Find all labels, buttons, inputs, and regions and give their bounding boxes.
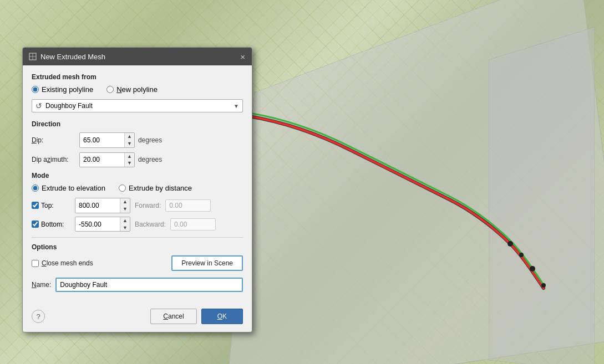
bottom-row: Bottom: ▲ ▼ Backward: (32, 217, 243, 232)
top-input[interactable] (75, 200, 120, 211)
titlebar-left: New Extruded Mesh (28, 52, 105, 61)
forward-input (166, 200, 210, 211)
dip-degrees-label: degrees (138, 136, 162, 144)
backward-input (171, 219, 215, 230)
options-row: Close mesh ends Preview in Scene (32, 255, 243, 271)
close-mesh-checkbox[interactable] (32, 260, 39, 267)
fault-line-container (238, 89, 582, 299)
forward-spinbox (165, 199, 211, 212)
new-polyline-radio[interactable] (106, 86, 114, 93)
preview-in-scene-button[interactable]: Preview in Scene (171, 255, 243, 271)
dialog-body: Extruded mesh from Existing polyline New… (23, 65, 252, 309)
dip-input[interactable] (80, 135, 124, 146)
dip-azimuth-arrows: ▲ ▼ (124, 153, 134, 167)
help-button[interactable]: ? (32, 310, 45, 323)
dip-azimuth-input[interactable] (80, 154, 124, 165)
top-arrows: ▲ ▼ (120, 198, 130, 213)
new-polyline-label: New polyline (116, 85, 158, 94)
bottom-spinbox[interactable]: ▲ ▼ (75, 217, 130, 232)
top-checkbox[interactable] (32, 202, 39, 209)
bottom-down-button[interactable]: ▼ (120, 224, 130, 232)
name-input[interactable] (55, 278, 243, 292)
fault-line-svg (238, 89, 582, 299)
extruded-mesh-from-label: Extruded mesh from (32, 73, 243, 81)
existing-polyline-radio[interactable] (32, 86, 39, 93)
dip-label: Dip: (32, 136, 76, 144)
dip-arrows: ▲ ▼ (124, 133, 134, 147)
dialog-titlebar: New Extruded Mesh × (23, 48, 252, 65)
close-mesh-option[interactable]: Close mesh ends (32, 259, 93, 267)
polyline-dropdown-row: ↺ Doughboy Fault ▼ (32, 99, 243, 112)
dip-up-button[interactable]: ▲ (125, 133, 134, 140)
dip-azimuth-degrees-label: degrees (138, 156, 162, 163)
svg-point-2 (530, 266, 535, 271)
options-label: Options (32, 243, 243, 251)
backward-spinbox (170, 218, 216, 230)
top-row: Top: ▲ ▼ Forward: (32, 198, 243, 213)
mode-label: Mode (32, 172, 243, 180)
top-label: Top: (41, 202, 54, 209)
top-check-label[interactable]: Top: (32, 202, 70, 209)
footer-buttons: Cancel OK (150, 309, 243, 324)
forward-label: Forward: (135, 202, 161, 209)
extrude-distance-radio[interactable] (119, 184, 126, 192)
mode-radio-group: Extrude to elevation Extrude by distance (32, 184, 243, 192)
dip-spinbox[interactable]: ▲ ▼ (79, 132, 135, 148)
bottom-checkbox[interactable] (32, 221, 39, 228)
extrude-elevation-label: Extrude to elevation (42, 184, 105, 192)
new-extruded-mesh-dialog: New Extruded Mesh × Extruded mesh from E… (22, 47, 252, 332)
separator (32, 237, 243, 238)
dip-row: Dip: ▲ ▼ degrees (32, 132, 243, 148)
bottom-check-label[interactable]: Bottom: (32, 221, 70, 228)
bottom-up-button[interactable]: ▲ (120, 217, 130, 224)
extrude-elevation-option[interactable]: Extrude to elevation (32, 184, 105, 192)
dip-azimuth-row: Dip azimuth: ▲ ▼ degrees (32, 152, 243, 168)
dialog-close-button[interactable]: × (239, 53, 246, 61)
dialog-title: New Extruded Mesh (40, 53, 105, 61)
dialog-mesh-icon (28, 52, 37, 61)
dip-azimuth-down-button[interactable]: ▼ (125, 160, 134, 167)
dropdown-arrow-icon: ▼ (234, 103, 239, 109)
bottom-arrows: ▲ ▼ (120, 217, 130, 232)
name-field-label: Name: (32, 281, 51, 289)
ok-button[interactable]: OK (201, 309, 243, 324)
bottom-label: Bottom: (41, 221, 64, 228)
name-row: Name: (32, 278, 243, 292)
dip-azimuth-up-button[interactable]: ▲ (125, 153, 134, 160)
extrude-distance-label: Extrude by distance (129, 184, 192, 192)
new-polyline-option[interactable]: New polyline (106, 85, 158, 94)
svg-point-0 (507, 241, 513, 247)
bottom-input[interactable] (75, 219, 120, 230)
polyline-dropdown-icon: ↺ (35, 101, 42, 110)
existing-polyline-label: Existing polyline (42, 85, 93, 94)
dialog-footer: ? Cancel OK (23, 309, 252, 332)
polyline-dropdown[interactable]: Doughboy Fault (45, 102, 234, 110)
svg-point-1 (519, 253, 524, 257)
cancel-button[interactable]: Cancel (150, 309, 196, 324)
close-mesh-label-text: Close mesh ends (42, 259, 93, 267)
dip-down-button[interactable]: ▼ (125, 140, 134, 147)
top-up-button[interactable]: ▲ (120, 198, 130, 206)
top-down-button[interactable]: ▼ (120, 206, 130, 213)
backward-label: Backward: (135, 221, 166, 228)
svg-point-3 (541, 283, 546, 288)
extrude-distance-option[interactable]: Extrude by distance (119, 184, 192, 192)
direction-label: Direction (32, 120, 243, 128)
polyline-radio-group: Existing polyline New polyline (32, 85, 243, 94)
top-spinbox[interactable]: ▲ ▼ (75, 198, 130, 213)
dip-azimuth-spinbox[interactable]: ▲ ▼ (79, 152, 135, 168)
extrude-elevation-radio[interactable] (32, 184, 39, 192)
existing-polyline-option[interactable]: Existing polyline (32, 85, 93, 94)
dip-azimuth-label: Dip azimuth: (32, 156, 76, 163)
polyline-dropdown-wrapper[interactable]: ↺ Doughboy Fault ▼ (32, 99, 243, 112)
